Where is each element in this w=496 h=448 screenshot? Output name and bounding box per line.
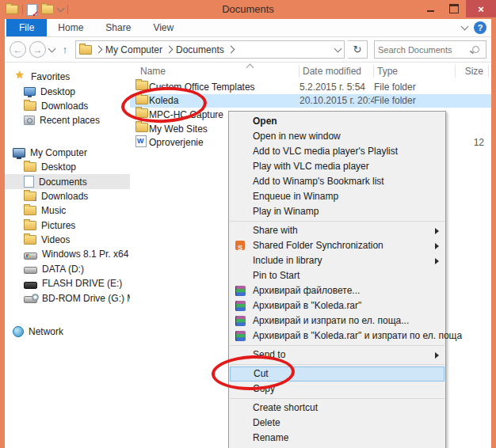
menu-item-cut[interactable]: Cut [230, 366, 444, 382]
column-header-type[interactable]: Type [374, 65, 456, 78]
refresh-button[interactable]: ↻ [348, 40, 368, 59]
folder-icon [135, 123, 148, 132]
location-folder-icon [79, 45, 92, 55]
submenu-arrow-icon [435, 243, 439, 249]
menu-item-winrar-archive-and-email[interactable]: Архивирай и изпрати по ел. поща... [229, 313, 445, 328]
tab-view[interactable]: View [142, 19, 185, 36]
sidebar-item-drive-g[interactable]: BD-ROM Drive (G:) Micros [5, 290, 130, 305]
column-header-size[interactable]: Size [456, 65, 489, 78]
menu-item-include-in-library[interactable]: Include in library [229, 253, 445, 268]
up-button[interactable]: ↑ [58, 43, 72, 57]
breadcrumb-separator-icon [227, 46, 235, 54]
menu-item-open[interactable]: Open [229, 114, 445, 129]
sidebar-section-favorites[interactable]: Favorites [5, 70, 130, 84]
qat-new-folder-icon[interactable] [41, 5, 54, 14]
sidebar-item-computer-downloads[interactable]: Downloads [5, 189, 130, 203]
forward-button[interactable]: → [29, 41, 46, 58]
search-input[interactable] [375, 45, 472, 55]
address-dropdown-icon[interactable] [334, 44, 342, 52]
sidebar-item-music[interactable]: Music [5, 203, 130, 218]
network-icon [13, 326, 24, 337]
winrar-icon [235, 316, 246, 326]
help-button[interactable]: ? [474, 21, 486, 34]
pictures-folder-icon [24, 221, 36, 230]
downloads-folder-icon [24, 192, 36, 201]
toolbar-separator [67, 5, 68, 14]
window-controls: × [418, 0, 496, 17]
menu-item-play-in-winamp[interactable]: Play in Winamp [229, 204, 445, 219]
column-header-name[interactable]: Name [130, 65, 300, 78]
menu-item-winrar-archive-files[interactable]: Архивирай файловете... [229, 283, 445, 298]
maximize-button[interactable] [442, 0, 466, 17]
downloads-folder-icon [24, 101, 36, 111]
file-row-koleda[interactable]: Koleda 20.10.2015 г. 20:41 File folder [130, 94, 491, 108]
tab-home[interactable]: Home [47, 19, 94, 36]
menu-item-copy[interactable]: Copy [229, 382, 445, 397]
sidebar-item-downloads[interactable]: Downloads [5, 99, 130, 113]
ribbon-expand-icon[interactable] [461, 23, 469, 31]
menu-item-create-shortcut[interactable]: Create shortcut [229, 401, 445, 416]
menu-item-rename[interactable]: Rename [229, 431, 445, 446]
close-button[interactable]: × [466, 0, 496, 17]
breadcrumb-separator-icon [166, 46, 174, 54]
sidebar-item-pictures[interactable]: Pictures [5, 218, 130, 233]
address-box[interactable]: My Computer Documents [75, 40, 345, 59]
menu-item-play-with-vlc[interactable]: Play with VLC media player [229, 159, 445, 174]
menu-item-shared-folder-synchronization[interactable]: Shared Folder Synchronization [229, 238, 445, 253]
menu-separator [230, 364, 444, 365]
breadcrumb-documents[interactable]: Documents [176, 44, 224, 55]
winrar-icon [235, 301, 246, 311]
flash-drive-icon [24, 282, 37, 289]
breadcrumb-my-computer[interactable]: My Computer [105, 44, 162, 55]
sidebar-section-my-computer[interactable]: My Computer [5, 146, 130, 160]
sidebar-item-desktop[interactable]: Desktop [5, 84, 130, 98]
sidebar-item-videos[interactable]: Videos [5, 233, 130, 247]
sidebar-item-drive-d[interactable]: DATA (D:) [5, 262, 130, 276]
word-document-icon [135, 135, 147, 147]
submenu-arrow-icon [435, 352, 439, 359]
navigation-pane: Favorites Desktop Downloads Recent place… [5, 63, 130, 448]
documents-icon [24, 176, 34, 188]
qat-properties-icon[interactable] [27, 4, 37, 16]
menu-item-winrar-archive-rar-and-email[interactable]: Архивирай в "Koleda.rar" и изпрати по ел… [229, 328, 445, 344]
sidebar-item-drive-c[interactable]: Windows 8.1 Pr. x64 (C:) [5, 247, 130, 261]
minimize-button[interactable] [418, 0, 442, 17]
tab-file[interactable]: File [6, 19, 47, 36]
menu-item-add-to-vlc-playlist[interactable]: Add to VLC media player's Playlist [229, 144, 445, 159]
sidebar-item-recent-places[interactable]: Recent places [5, 113, 130, 127]
search-icon[interactable] [472, 46, 479, 53]
computer-icon [13, 148, 25, 158]
recent-locations-icon[interactable] [48, 44, 56, 52]
drive-icon [24, 267, 37, 274]
menu-item-delete[interactable]: Delete [229, 416, 445, 431]
tab-share[interactable]: Share [94, 19, 142, 36]
context-menu: Open Open in new window Add to VLC media… [228, 111, 446, 448]
menu-item-pin-to-start[interactable]: Pin to Start [229, 268, 445, 283]
menu-item-winrar-archive-to-rar[interactable]: Архивирай в "Koleda.rar" [229, 298, 445, 313]
sidebar-item-drive-e[interactable]: FLASH DRIVE (E:) [5, 276, 130, 290]
column-headers: Name Date modified Type Size [130, 63, 491, 80]
menu-item-enqueue-in-winamp[interactable]: Enqueue in Winamp [229, 189, 445, 204]
window-icon [6, 5, 18, 14]
menu-item-share-with[interactable]: Share with [229, 223, 445, 238]
sidebar-item-documents[interactable]: Documents [5, 174, 130, 188]
sync-icon [235, 241, 245, 250]
recent-places-icon [24, 116, 35, 125]
folder-icon [135, 108, 148, 118]
explorer-window: Documents × File Home Share View ? ← → ↑ [0, 0, 496, 448]
ribbon-tab-bar: File Home Share View ? [5, 19, 491, 37]
winrar-icon [235, 331, 246, 341]
menu-item-send-to[interactable]: Send to [229, 347, 445, 363]
address-bar: ← → ↑ My Computer Documents ↻ [5, 37, 491, 63]
menu-item-add-to-winamp-bookmark[interactable]: Add to Winamp's Bookmark list [229, 174, 445, 189]
back-button[interactable]: ← [10, 41, 26, 58]
file-row-custom-office-templates[interactable]: Custom Office Templates 5.2.2015 г. 5:54… [130, 80, 491, 94]
system-drive-icon [24, 252, 37, 260]
sidebar-section-network[interactable]: Network [5, 325, 130, 339]
star-icon [15, 71, 26, 82]
column-header-date-modified[interactable]: Date modified [300, 65, 374, 78]
qat-dropdown-icon[interactable] [57, 5, 65, 13]
winrar-icon [235, 286, 246, 296]
menu-item-open-in-new-window[interactable]: Open in new window [229, 129, 445, 144]
sidebar-item-computer-desktop[interactable]: Desktop [5, 160, 130, 174]
